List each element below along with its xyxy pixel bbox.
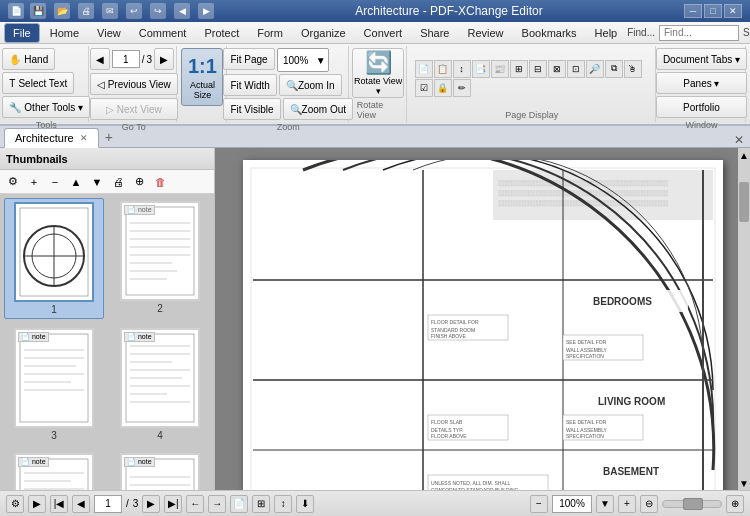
rotate-view-button[interactable]: 🔄 Rotate View ▾ — [352, 48, 404, 98]
status-zoom-dropdown[interactable]: ▼ — [596, 495, 614, 513]
redo-icon[interactable]: ↪ — [150, 3, 166, 19]
sidebar-scroll-down-btn[interactable]: ▼ — [88, 173, 106, 191]
maximize-button[interactable]: □ — [704, 4, 722, 18]
minimize-button[interactable]: ─ — [684, 4, 702, 18]
actual-size-button[interactable]: 1:1 Actual Size — [181, 48, 223, 106]
window-controls[interactable]: ─ □ ✕ — [684, 4, 742, 18]
pdf-scrollbar[interactable]: ▲ ▼ — [738, 148, 750, 490]
next-page-button[interactable]: ▶ — [154, 48, 174, 70]
two-page-btn[interactable]: 📋 — [434, 60, 452, 78]
open-icon[interactable]: 📂 — [54, 3, 70, 19]
hand-tool-button[interactable]: ✋ Hand — [2, 48, 55, 70]
next-view-button[interactable]: ▷ Next View — [90, 98, 178, 120]
loupe-btn[interactable]: 🔎 — [586, 60, 604, 78]
zoom-slider[interactable] — [662, 500, 722, 508]
scrollbar-thumb[interactable] — [739, 182, 749, 222]
status-nav-last[interactable]: ▶| — [164, 495, 182, 513]
sidebar-delete-btn[interactable]: 🗑 — [151, 173, 169, 191]
fit-width-button[interactable]: Fit Width — [223, 74, 276, 96]
thumbnail-4[interactable]: 📄 note 4 — [110, 325, 210, 444]
scroll-down-arrow[interactable]: ▼ — [738, 476, 750, 490]
back-icon[interactable]: ◀ — [174, 3, 190, 19]
split-btn[interactable]: ⊟ — [529, 60, 547, 78]
scroll-up-arrow[interactable]: ▲ — [738, 148, 750, 162]
menu-convert[interactable]: Convert — [356, 23, 411, 43]
forward-icon[interactable]: ▶ — [198, 3, 214, 19]
panes-button[interactable]: Panes ▾ — [656, 72, 747, 94]
prev-view-button[interactable]: ◁ Previous View — [90, 73, 178, 95]
status-settings-btn[interactable]: ⚙ — [6, 495, 24, 513]
other-tools-button[interactable]: 🔧 Other Tools ▾ — [2, 96, 90, 118]
thumbnail-5[interactable]: 📄 note 5 — [4, 450, 104, 490]
status-view-scroll[interactable]: ↕ — [274, 495, 292, 513]
status-page-input[interactable] — [94, 495, 122, 513]
menu-comment[interactable]: Comment — [131, 23, 195, 43]
fit-page-button[interactable]: Fit Page — [223, 48, 274, 70]
select-text-button[interactable]: T Select Text — [2, 72, 74, 94]
menu-organize[interactable]: Organize — [293, 23, 354, 43]
menu-bookmarks[interactable]: Bookmarks — [514, 23, 585, 43]
zoom-out-button[interactable]: 🔍Zoom Out — [283, 98, 353, 120]
sidebar-settings-btn[interactable]: ⚙ — [4, 173, 22, 191]
scroll-btn[interactable]: ↕ — [453, 60, 471, 78]
mark-btn[interactable]: ☑ — [415, 79, 433, 97]
status-zoom-input[interactable] — [552, 495, 592, 513]
menu-share[interactable]: Share — [412, 23, 457, 43]
menu-home[interactable]: Home — [42, 23, 87, 43]
overlay-btn[interactable]: ⊡ — [567, 60, 585, 78]
thumbnail-3[interactable]: 📄 note 3 — [4, 325, 104, 444]
status-zoom-out-btn[interactable]: − — [530, 495, 548, 513]
email-icon[interactable]: ✉ — [102, 3, 118, 19]
snap-btn[interactable]: ⧉ — [605, 60, 623, 78]
sidebar-scroll-up-btn[interactable]: ▲ — [67, 173, 85, 191]
status-nav-back[interactable]: ← — [186, 495, 204, 513]
status-tool-btn[interactable]: ▶ — [28, 495, 46, 513]
status-view-single[interactable]: 📄 — [230, 495, 248, 513]
find-input[interactable] — [659, 25, 739, 41]
reflow-btn[interactable]: ⊞ — [510, 60, 528, 78]
sidebar-zoom-out-btn[interactable]: − — [46, 173, 64, 191]
menu-file[interactable]: File — [4, 23, 40, 43]
cover-btn[interactable]: 📰 — [491, 60, 509, 78]
tab-architecture[interactable]: Architecture ✕ — [4, 128, 99, 148]
thumbnail-6[interactable]: 📄 note 6 — [110, 450, 210, 490]
undo-icon[interactable]: ↩ — [126, 3, 142, 19]
prev-page-button[interactable]: ◀ — [90, 48, 110, 70]
sidebar-expand-btn[interactable]: ⊕ — [130, 173, 148, 191]
menu-review[interactable]: Review — [459, 23, 511, 43]
page-number-input[interactable] — [112, 50, 140, 68]
close-button[interactable]: ✕ — [724, 4, 742, 18]
sign-btn[interactable]: ✏ — [453, 79, 471, 97]
menu-protect[interactable]: Protect — [196, 23, 247, 43]
close-panel-button[interactable]: ✕ — [734, 133, 744, 147]
compare-btn[interactable]: ⊠ — [548, 60, 566, 78]
portfolio-button[interactable]: Portfolio — [656, 96, 747, 118]
status-nav-forward[interactable]: → — [208, 495, 226, 513]
save-icon[interactable]: 💾 — [30, 3, 46, 19]
print-icon[interactable]: 🖨 — [78, 3, 94, 19]
status-nav-next[interactable]: ▶ — [142, 495, 160, 513]
fit-visible-button[interactable]: Fit Visible — [223, 98, 280, 120]
sidebar-zoom-in-btn[interactable]: + — [25, 173, 43, 191]
menu-help[interactable]: Help — [587, 23, 626, 43]
pan-btn[interactable]: 🖱 — [624, 60, 642, 78]
thumbnail-1[interactable]: 1 — [4, 198, 104, 319]
status-view-fit[interactable]: ⊞ — [252, 495, 270, 513]
status-download-btn[interactable]: ⬇ — [296, 495, 314, 513]
zoom-value-input[interactable] — [278, 52, 314, 68]
menu-view[interactable]: View — [89, 23, 129, 43]
status-nav-prev[interactable]: ◀ — [72, 495, 90, 513]
tab-close-button[interactable]: ✕ — [80, 133, 88, 143]
document-tabs-button[interactable]: Document Tabs ▾ — [656, 48, 747, 70]
zoom-in-button[interactable]: 🔍Zoom In — [279, 74, 342, 96]
sidebar-print-btn[interactable]: 🖨 — [109, 173, 127, 191]
single-page-btn[interactable]: 📄 — [415, 60, 433, 78]
menu-form[interactable]: Form — [249, 23, 291, 43]
status-zoom-in-btn[interactable]: + — [618, 495, 636, 513]
status-nav-first[interactable]: |◀ — [50, 495, 68, 513]
tab-add-button[interactable]: + — [99, 127, 119, 147]
status-zoom-slider-plus[interactable]: ⊕ — [726, 495, 744, 513]
protect-btn[interactable]: 🔒 — [434, 79, 452, 97]
status-zoom-slider-minus[interactable]: ⊖ — [640, 495, 658, 513]
zoom-dropdown-button[interactable]: ▼ — [314, 49, 328, 71]
